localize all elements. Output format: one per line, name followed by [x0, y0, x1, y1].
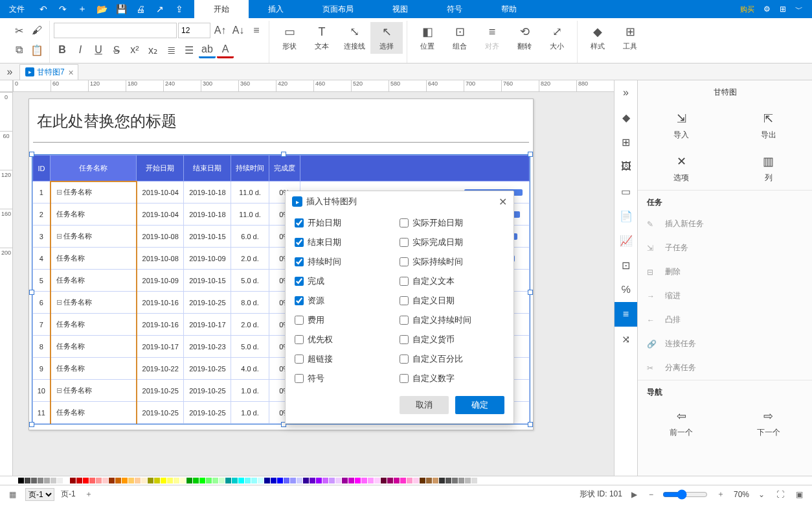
menu-tab-5[interactable]: 帮助: [482, 0, 536, 18]
color-swatch[interactable]: [303, 478, 309, 483]
page-select[interactable]: 页-1: [25, 488, 54, 501]
color-swatch[interactable]: [25, 478, 30, 483]
align-icon[interactable]: ≡: [248, 22, 265, 39]
position-btn[interactable]: ◧位置: [411, 22, 444, 54]
checkbox-dlg-left-6[interactable]: 优先权: [295, 334, 400, 345]
color-swatch[interactable]: [420, 478, 425, 483]
menu-tab-2[interactable]: 页面布局: [303, 0, 373, 18]
font-color-icon[interactable]: A: [217, 41, 234, 58]
checkbox-dlg-left-0[interactable]: 开始日期: [295, 217, 400, 229]
color-swatch[interactable]: [290, 478, 296, 483]
color-swatch[interactable]: [439, 478, 445, 483]
sidebar-collapse-icon[interactable]: »: [615, 80, 637, 105]
value-icon[interactable]: ℅: [615, 277, 637, 302]
tool-btn[interactable]: ⊞工具: [614, 22, 646, 54]
color-swatch[interactable]: [109, 478, 115, 483]
color-swatch[interactable]: [465, 478, 471, 483]
checkbox-dlg-right-3[interactable]: 自定义文本: [400, 275, 504, 287]
color-swatch[interactable]: [335, 478, 341, 483]
checkbox-dlg-right-1[interactable]: 实际完成日期: [400, 237, 504, 248]
color-swatch[interactable]: [96, 478, 102, 483]
color-swatch[interactable]: [115, 478, 121, 483]
checkbox-dlg-right-4[interactable]: 自定义日期: [400, 295, 504, 307]
task-action-6[interactable]: ✂分离任务: [638, 356, 812, 380]
export-button[interactable]: ⇱导出: [725, 104, 813, 147]
bullet-list-icon[interactable]: ≣: [163, 41, 179, 58]
color-swatch[interactable]: [355, 478, 361, 483]
menu-tab-0[interactable]: 开始: [194, 0, 249, 18]
highlight-icon[interactable]: ab: [199, 41, 216, 58]
undo-icon[interactable]: ↶: [34, 0, 53, 18]
color-swatch[interactable]: [180, 478, 186, 483]
color-swatch[interactable]: [212, 478, 218, 483]
fill-icon[interactable]: ◆: [615, 105, 637, 130]
play-icon[interactable]: ▶: [629, 490, 640, 499]
connector-tool[interactable]: ⤡连接线: [338, 22, 370, 54]
color-swatch[interactable]: [193, 478, 199, 483]
zoom-slider[interactable]: [662, 489, 708, 500]
color-swatch[interactable]: [44, 478, 50, 483]
zoom-label[interactable]: 70%: [734, 490, 749, 499]
checkbox-dlg-left-1[interactable]: 结束日期: [295, 237, 400, 248]
color-swatch[interactable]: [199, 478, 205, 483]
task-action-1[interactable]: ⇲子任务: [638, 236, 812, 260]
checkbox-dlg-right-8[interactable]: 自定义数字: [400, 373, 504, 384]
color-swatch[interactable]: [167, 478, 173, 483]
color-swatch[interactable]: [83, 478, 89, 483]
menu-tab-3[interactable]: 视图: [373, 0, 427, 18]
color-swatch[interactable]: [271, 478, 276, 483]
color-swatch[interactable]: [141, 478, 147, 483]
menu-tab-4[interactable]: 符号: [427, 0, 482, 18]
color-swatch[interactable]: [407, 478, 412, 483]
document-tab-active[interactable]: ▸ 甘特图7 ×: [19, 64, 78, 80]
color-swatch[interactable]: [102, 478, 108, 483]
image-icon[interactable]: 🖼: [615, 154, 637, 179]
color-swatch[interactable]: [471, 478, 477, 483]
ok-button[interactable]: 确定: [455, 396, 504, 414]
checkbox-dlg-left-8[interactable]: 符号: [295, 373, 400, 384]
page-label[interactable]: 页-1: [61, 489, 76, 500]
color-palette[interactable]: [0, 476, 812, 485]
save-icon[interactable]: 💾: [111, 0, 131, 18]
color-swatch[interactable]: [329, 478, 335, 483]
redo-icon[interactable]: ↷: [53, 0, 73, 18]
font-size[interactable]: [178, 23, 210, 38]
pages-icon[interactable]: ▦: [6, 490, 19, 499]
cancel-button[interactable]: 取消: [400, 396, 449, 414]
underline-icon[interactable]: U: [90, 41, 107, 58]
align-btn[interactable]: ≡对齐: [476, 22, 508, 54]
doc-icon[interactable]: 📄: [615, 204, 637, 228]
color-swatch[interactable]: [381, 478, 387, 483]
fit-icon[interactable]: ▣: [793, 490, 806, 499]
import-button[interactable]: ⇲导入: [638, 104, 725, 147]
paste-icon[interactable]: 📋: [28, 41, 45, 58]
color-swatch[interactable]: [316, 478, 322, 483]
column-button[interactable]: ▥列: [725, 147, 813, 190]
color-swatch[interactable]: [387, 478, 393, 483]
task-action-4[interactable]: ←凸排: [638, 308, 812, 332]
fullscreen-icon[interactable]: ⛶: [774, 490, 787, 499]
color-swatch[interactable]: [458, 478, 464, 483]
checkbox-dlg-right-6[interactable]: 自定义货币: [400, 334, 504, 345]
color-swatch[interactable]: [38, 478, 43, 483]
subscript-icon[interactable]: x₂: [144, 41, 161, 58]
color-swatch[interactable]: [264, 478, 270, 483]
color-swatch[interactable]: [413, 478, 419, 483]
color-swatch[interactable]: [361, 478, 367, 483]
grid-icon[interactable]: ⊞: [615, 130, 637, 154]
zoom-out-icon[interactable]: −: [646, 490, 656, 499]
grow-font-icon[interactable]: A↑: [212, 22, 229, 39]
color-swatch[interactable]: [245, 478, 251, 483]
format-painter-icon[interactable]: 🖌: [28, 22, 45, 39]
shrink-font-icon[interactable]: A↓: [230, 22, 247, 39]
color-swatch[interactable]: [57, 478, 63, 483]
page-icon[interactable]: ▭: [615, 179, 637, 204]
color-swatch[interactable]: [122, 478, 128, 483]
checkbox-dlg-right-0[interactable]: 实际开始日期: [400, 217, 504, 229]
settings-icon[interactable]: ⚙: [763, 5, 771, 14]
text-tool[interactable]: T文本: [306, 22, 338, 54]
chart-icon[interactable]: 📈: [615, 228, 637, 253]
options-button[interactable]: ✕选项: [638, 147, 725, 190]
flip-btn[interactable]: ⟲翻转: [508, 22, 541, 54]
open-icon[interactable]: 📂: [92, 0, 111, 18]
